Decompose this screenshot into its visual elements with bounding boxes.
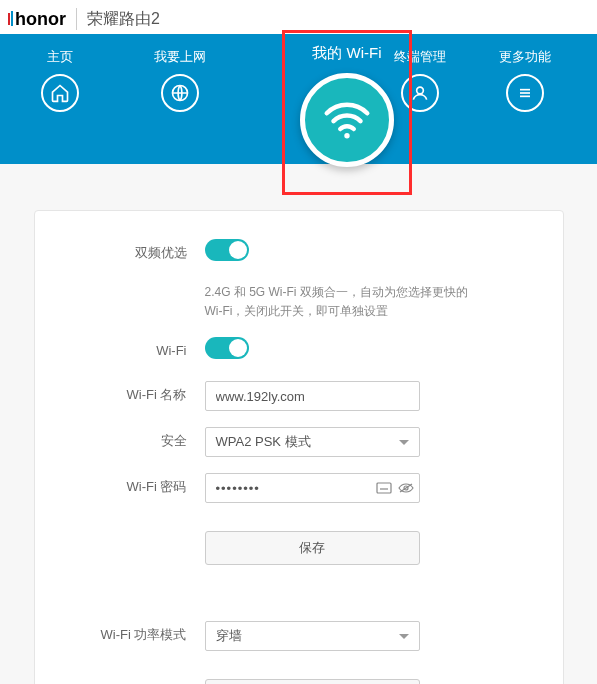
power-value: 穿墙 <box>216 627 242 645</box>
row-wifi-toggle: Wi-Fi <box>55 337 533 365</box>
ssid-label: Wi-Fi 名称 <box>55 381 205 409</box>
wifi-toggle[interactable] <box>205 337 249 359</box>
password-label: Wi-Fi 密码 <box>55 473 205 501</box>
row-password: Wi-Fi 密码 <box>55 473 533 503</box>
row-dual-band-help: 2.4G 和 5G Wi-Fi 双频合一，自动为您选择更快的 Wi-Fi，关闭此… <box>55 283 533 321</box>
row-save-2: 保存 <box>55 679 533 684</box>
power-select[interactable]: 穿墙 <box>205 621 420 651</box>
chevron-down-icon <box>399 440 409 445</box>
wifi-label: Wi-Fi <box>55 337 205 365</box>
ssid-input[interactable] <box>205 381 420 411</box>
svg-point-5 <box>344 133 349 138</box>
security-value: WPA2 PSK 模式 <box>216 433 311 451</box>
row-security: 安全 WPA2 PSK 模式 <box>55 427 533 457</box>
dual-band-toggle[interactable] <box>205 239 249 261</box>
nav-wifi[interactable]: 我的 Wi-Fi <box>300 44 394 167</box>
wifi-icon <box>300 73 394 167</box>
row-power-mode: Wi-Fi 功率模式 穿墙 <box>55 621 533 651</box>
power-label: Wi-Fi 功率模式 <box>55 621 205 649</box>
brand-logo: honor <box>8 9 66 30</box>
row-ssid: Wi-Fi 名称 <box>55 381 533 411</box>
content: 双频优选 2.4G 和 5G Wi-Fi 双频合一，自动为您选择更快的 Wi-F… <box>0 164 597 684</box>
eye-icon[interactable] <box>398 481 414 495</box>
dual-band-help: 2.4G 和 5G Wi-Fi 双频合一，自动为您选择更快的 Wi-Fi，关闭此… <box>205 283 485 321</box>
svg-rect-6 <box>377 483 391 493</box>
navbar: 主页 我要上网 - 终端管理 更多功能 我的 Wi-Fi <box>0 34 597 164</box>
brand-divider <box>76 8 77 30</box>
user-icon <box>401 74 439 112</box>
keyboard-icon[interactable] <box>376 481 392 495</box>
security-label: 安全 <box>55 427 205 455</box>
save-button[interactable]: 保存 <box>205 531 420 565</box>
security-select[interactable]: WPA2 PSK 模式 <box>205 427 420 457</box>
nav-more[interactable]: 更多功能 <box>480 48 570 112</box>
product-name: 荣耀路由2 <box>87 9 160 30</box>
row-save-1: 保存 <box>55 531 533 565</box>
topbar: honor 荣耀路由2 <box>0 0 597 34</box>
chevron-down-icon <box>399 634 409 639</box>
svg-point-1 <box>417 87 424 94</box>
nav-wifi-label: 我的 Wi-Fi <box>312 44 381 63</box>
nav-internet-label: 我要上网 <box>154 48 206 66</box>
globe-icon <box>161 74 199 112</box>
row-dual-band: 双频优选 <box>55 239 533 267</box>
dual-band-label: 双频优选 <box>55 239 205 267</box>
brand-text: honor <box>15 9 66 29</box>
wifi-settings-card: 双频优选 2.4G 和 5G Wi-Fi 双频合一，自动为您选择更快的 Wi-F… <box>34 210 564 684</box>
save-button-2[interactable]: 保存 <box>205 679 420 684</box>
nav-home-label: 主页 <box>47 48 73 66</box>
menu-icon <box>506 74 544 112</box>
nav-more-label: 更多功能 <box>499 48 551 66</box>
nav-devices-label: 终端管理 <box>394 48 446 66</box>
nav-internet[interactable]: 我要上网 <box>120 48 240 112</box>
home-icon <box>41 74 79 112</box>
nav-home[interactable]: 主页 <box>0 48 120 112</box>
